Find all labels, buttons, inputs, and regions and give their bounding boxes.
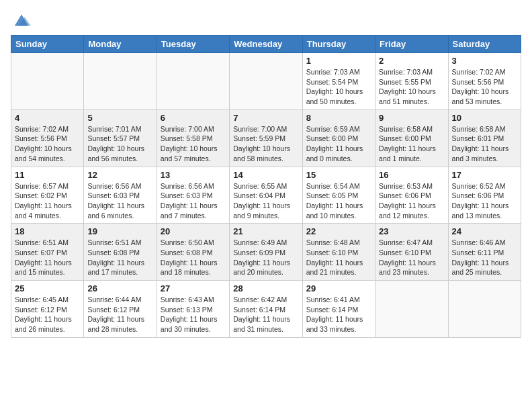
day-info: Sunrise: 6:51 AM Sunset: 6:08 PM Dayligh… — [87, 238, 152, 277]
day-number: 29 — [306, 283, 371, 293]
day-number: 22 — [306, 226, 371, 236]
calendar-cell — [375, 281, 448, 338]
day-info: Sunrise: 6:48 AM Sunset: 6:10 PM Dayligh… — [306, 238, 371, 277]
day-number: 16 — [379, 170, 444, 180]
calendar-cell: 21Sunrise: 6:49 AM Sunset: 6:09 PM Dayli… — [230, 224, 302, 281]
calendar-table: SundayMondayTuesdayWednesdayThursdayFrid… — [11, 35, 521, 338]
calendar-cell: 15Sunrise: 6:54 AM Sunset: 6:05 PM Dayli… — [302, 167, 375, 224]
day-number: 25 — [15, 283, 80, 293]
day-number: 20 — [161, 226, 226, 236]
day-header-saturday: Saturday — [448, 36, 521, 53]
day-header-friday: Friday — [375, 36, 448, 53]
calendar-cell — [157, 53, 229, 110]
calendar-cell: 20Sunrise: 6:50 AM Sunset: 6:08 PM Dayli… — [157, 224, 229, 281]
calendar-cell: 28Sunrise: 6:42 AM Sunset: 6:14 PM Dayli… — [230, 281, 302, 338]
day-number: 5 — [87, 113, 152, 123]
day-number: 7 — [233, 113, 298, 123]
day-number: 18 — [15, 226, 80, 236]
day-info: Sunrise: 6:55 AM Sunset: 6:04 PM Dayligh… — [233, 181, 298, 221]
day-header-sunday: Sunday — [11, 36, 84, 53]
day-number: 1 — [306, 56, 371, 66]
calendar-week-row: 4Sunrise: 7:02 AM Sunset: 5:56 PM Daylig… — [11, 109, 521, 167]
day-info: Sunrise: 7:02 AM Sunset: 5:56 PM Dayligh… — [452, 67, 517, 107]
day-header-wednesday: Wednesday — [230, 36, 302, 53]
day-info: Sunrise: 6:53 AM Sunset: 6:06 PM Dayligh… — [379, 181, 444, 221]
day-number: 21 — [233, 226, 298, 236]
day-info: Sunrise: 6:50 AM Sunset: 6:08 PM Dayligh… — [161, 238, 226, 277]
day-number: 2 — [379, 56, 444, 66]
day-number: 17 — [452, 170, 517, 180]
calendar-cell: 7Sunrise: 7:00 AM Sunset: 5:59 PM Daylig… — [230, 109, 302, 167]
day-info: Sunrise: 6:49 AM Sunset: 6:09 PM Dayligh… — [233, 238, 298, 277]
calendar-cell: 26Sunrise: 6:44 AM Sunset: 6:12 PM Dayli… — [84, 281, 157, 338]
day-number: 12 — [87, 170, 152, 180]
calendar-cell: 1Sunrise: 7:03 AM Sunset: 5:54 PM Daylig… — [302, 53, 375, 110]
calendar-cell — [448, 281, 521, 338]
day-info: Sunrise: 6:45 AM Sunset: 6:12 PM Dayligh… — [15, 295, 80, 334]
day-info: Sunrise: 7:03 AM Sunset: 5:55 PM Dayligh… — [379, 67, 444, 107]
day-number: 14 — [233, 170, 298, 180]
day-header-tuesday: Tuesday — [157, 36, 229, 53]
calendar-cell: 2Sunrise: 7:03 AM Sunset: 5:55 PM Daylig… — [375, 53, 448, 110]
day-info: Sunrise: 6:58 AM Sunset: 6:01 PM Dayligh… — [452, 124, 517, 164]
calendar-header-row: SundayMondayTuesdayWednesdayThursdayFrid… — [11, 36, 521, 53]
calendar-cell: 29Sunrise: 6:41 AM Sunset: 6:14 PM Dayli… — [302, 281, 375, 338]
day-info: Sunrise: 6:42 AM Sunset: 6:14 PM Dayligh… — [233, 295, 298, 334]
calendar-cell: 4Sunrise: 7:02 AM Sunset: 5:56 PM Daylig… — [11, 109, 84, 167]
calendar-cell: 19Sunrise: 6:51 AM Sunset: 6:08 PM Dayli… — [84, 224, 157, 281]
calendar-cell: 6Sunrise: 7:00 AM Sunset: 5:58 PM Daylig… — [157, 109, 229, 167]
calendar-cell: 24Sunrise: 6:46 AM Sunset: 6:11 PM Dayli… — [448, 224, 521, 281]
day-info: Sunrise: 6:46 AM Sunset: 6:11 PM Dayligh… — [452, 238, 517, 277]
day-info: Sunrise: 7:00 AM Sunset: 5:59 PM Dayligh… — [233, 124, 298, 164]
calendar-cell: 14Sunrise: 6:55 AM Sunset: 6:04 PM Dayli… — [230, 167, 302, 224]
logo-icon — [12, 11, 31, 30]
day-info: Sunrise: 7:00 AM Sunset: 5:58 PM Dayligh… — [161, 124, 226, 164]
calendar-week-row: 18Sunrise: 6:51 AM Sunset: 6:07 PM Dayli… — [11, 224, 521, 281]
calendar-cell: 23Sunrise: 6:47 AM Sunset: 6:10 PM Dayli… — [375, 224, 448, 281]
day-number: 9 — [379, 113, 444, 123]
calendar-cell: 10Sunrise: 6:58 AM Sunset: 6:01 PM Dayli… — [448, 109, 521, 167]
day-number: 8 — [306, 113, 371, 123]
logo — [11, 11, 31, 30]
day-info: Sunrise: 7:01 AM Sunset: 5:57 PM Dayligh… — [87, 124, 152, 164]
day-number: 13 — [161, 170, 226, 180]
day-number: 19 — [87, 226, 152, 236]
calendar-cell: 5Sunrise: 7:01 AM Sunset: 5:57 PM Daylig… — [84, 109, 157, 167]
day-info: Sunrise: 6:56 AM Sunset: 6:03 PM Dayligh… — [87, 181, 152, 221]
calendar-cell: 13Sunrise: 6:56 AM Sunset: 6:03 PM Dayli… — [157, 167, 229, 224]
calendar-cell: 9Sunrise: 6:58 AM Sunset: 6:00 PM Daylig… — [375, 109, 448, 167]
day-number: 26 — [87, 283, 152, 293]
day-info: Sunrise: 6:47 AM Sunset: 6:10 PM Dayligh… — [379, 238, 444, 277]
day-info: Sunrise: 6:54 AM Sunset: 6:05 PM Dayligh… — [306, 181, 371, 221]
calendar-cell — [84, 53, 157, 110]
day-number: 11 — [15, 170, 80, 180]
day-header-monday: Monday — [84, 36, 157, 53]
day-info: Sunrise: 6:44 AM Sunset: 6:12 PM Dayligh… — [87, 295, 152, 334]
day-number: 28 — [233, 283, 298, 293]
calendar-cell: 11Sunrise: 6:57 AM Sunset: 6:02 PM Dayli… — [11, 167, 84, 224]
day-info: Sunrise: 7:03 AM Sunset: 5:54 PM Dayligh… — [306, 67, 371, 107]
calendar-cell — [230, 53, 302, 110]
calendar-cell: 25Sunrise: 6:45 AM Sunset: 6:12 PM Dayli… — [11, 281, 84, 338]
day-info: Sunrise: 6:56 AM Sunset: 6:03 PM Dayligh… — [161, 181, 226, 221]
calendar-week-row: 11Sunrise: 6:57 AM Sunset: 6:02 PM Dayli… — [11, 167, 521, 224]
calendar-cell: 8Sunrise: 6:59 AM Sunset: 6:00 PM Daylig… — [302, 109, 375, 167]
day-info: Sunrise: 6:43 AM Sunset: 6:13 PM Dayligh… — [161, 295, 226, 334]
calendar-cell: 18Sunrise: 6:51 AM Sunset: 6:07 PM Dayli… — [11, 224, 84, 281]
day-number: 24 — [452, 226, 517, 236]
day-number: 4 — [15, 113, 80, 123]
day-info: Sunrise: 6:51 AM Sunset: 6:07 PM Dayligh… — [15, 238, 80, 277]
day-info: Sunrise: 6:58 AM Sunset: 6:00 PM Dayligh… — [379, 124, 444, 164]
page-header — [11, 11, 521, 30]
calendar-cell — [11, 53, 84, 110]
day-number: 23 — [379, 226, 444, 236]
day-info: Sunrise: 7:02 AM Sunset: 5:56 PM Dayligh… — [15, 124, 80, 164]
calendar-cell: 27Sunrise: 6:43 AM Sunset: 6:13 PM Dayli… — [157, 281, 229, 338]
calendar-cell: 17Sunrise: 6:52 AM Sunset: 6:06 PM Dayli… — [448, 167, 521, 224]
calendar-cell: 3Sunrise: 7:02 AM Sunset: 5:56 PM Daylig… — [448, 53, 521, 110]
day-number: 27 — [161, 283, 226, 293]
day-header-thursday: Thursday — [302, 36, 375, 53]
day-number: 6 — [161, 113, 226, 123]
calendar-week-row: 1Sunrise: 7:03 AM Sunset: 5:54 PM Daylig… — [11, 53, 521, 110]
day-info: Sunrise: 6:59 AM Sunset: 6:00 PM Dayligh… — [306, 124, 371, 164]
